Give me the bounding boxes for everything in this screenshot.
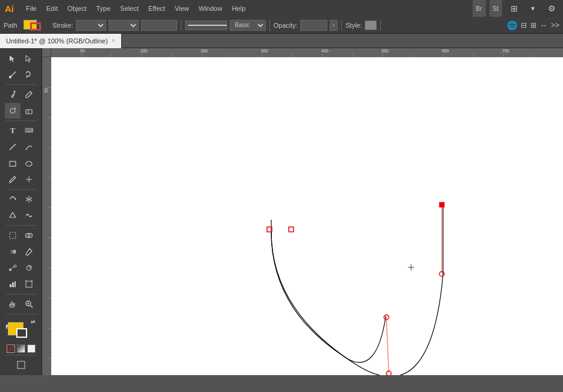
rotate-btn[interactable]: [5, 191, 20, 207]
selection-tool-btn[interactable]: [5, 51, 20, 66]
menu-select[interactable]: Select: [115, 0, 143, 17]
more-icon[interactable]: >>: [551, 21, 559, 30]
stroke-width-input[interactable]: [141, 20, 177, 31]
pencil-btn[interactable]: [21, 87, 37, 102]
gradient-btn[interactable]: [5, 244, 20, 260]
arrange-icon[interactable]: ⊟: [521, 21, 527, 30]
svg-line-4: [30, 92, 32, 93]
svg-line-6: [14, 108, 16, 109]
free-transform-row: [5, 228, 37, 243]
tool-sep-1: [5, 84, 37, 85]
none-swatch[interactable]: [7, 344, 15, 353]
arc-btn[interactable]: [21, 139, 37, 155]
transform-icon[interactable]: ↔: [540, 21, 547, 30]
svg-line-32: [30, 305, 33, 308]
mesh-btn[interactable]: [21, 172, 37, 187]
pen-row: [5, 87, 37, 102]
svg-point-22: [14, 265, 16, 267]
opacity-input[interactable]: 100%: [300, 20, 327, 31]
hand-btn[interactable]: [5, 296, 20, 312]
zoom-btn[interactable]: [21, 296, 37, 312]
artboard-btn[interactable]: [21, 276, 37, 292]
ruler-corner: [42, 48, 51, 57]
blend-btn[interactable]: [5, 260, 20, 276]
scale-btn[interactable]: [5, 208, 20, 223]
align-icon[interactable]: ⊞: [530, 21, 536, 30]
style-dropdown[interactable]: Basic: [230, 20, 266, 31]
style-label: Style:: [345, 22, 362, 29]
tab-untitled1[interactable]: Untitled-1* @ 100% (RGB/Outline) ×: [0, 34, 122, 48]
free-transform-btn[interactable]: [5, 228, 20, 243]
warp-btn[interactable]: [21, 208, 37, 223]
stroke-indicator[interactable]: [31, 23, 40, 30]
svg-rect-1: [9, 76, 11, 78]
hand-zoom-row: [5, 296, 37, 312]
gradient-swatch[interactable]: [17, 344, 25, 353]
eyedropper-btn[interactable]: [21, 244, 37, 260]
touch-type-btn[interactable]: ⌨: [21, 123, 37, 138]
workspace-icon-btn[interactable]: ⊞: [506, 0, 523, 17]
left-toolbar: T ⌨: [0, 48, 42, 375]
reflect-btn[interactable]: [21, 191, 37, 207]
style-swatch[interactable]: [365, 20, 377, 30]
pen-tool-btn[interactable]: [5, 87, 20, 102]
menu-help[interactable]: Help: [227, 0, 251, 17]
tab-close-btn[interactable]: ×: [112, 37, 115, 44]
stroke-arrows-dropdown[interactable]: [109, 20, 139, 31]
sep4: [380, 20, 381, 31]
canvas-area: 50 150 250 350 450 550 650 750: [42, 48, 563, 375]
change-screen-mode-btn[interactable]: [13, 357, 29, 373]
fill-stroke-swatches: [24, 19, 45, 32]
graph-btn[interactable]: [5, 276, 20, 292]
line-style-display: [185, 20, 227, 30]
outer-path: [271, 205, 443, 375]
rect-btn[interactable]: [5, 155, 20, 171]
stroke-dropdown[interactable]: [76, 20, 106, 31]
magic-wand-btn[interactable]: [5, 67, 20, 82]
lasso-btn[interactable]: [21, 67, 37, 82]
stock-icon-btn[interactable]: St: [489, 0, 502, 17]
menu-view[interactable]: View: [170, 0, 194, 17]
menu-file[interactable]: File: [21, 0, 42, 17]
anchor-tl2[interactable]: [289, 227, 294, 232]
eraser-btn[interactable]: [21, 103, 37, 119]
direct-selection-tool-btn[interactable]: [21, 51, 37, 66]
svg-rect-26: [12, 282, 14, 287]
color-guide-swatch[interactable]: [27, 344, 36, 353]
swap-colors-btn[interactable]: ⇄: [31, 319, 36, 325]
menu-object[interactable]: Object: [63, 0, 92, 17]
symbol-btn[interactable]: [21, 260, 37, 276]
workspace-switcher-btn[interactable]: ▾: [526, 0, 539, 17]
paintbrush-btn[interactable]: [5, 172, 20, 187]
options-bar: Path Stroke: Basic Opacity: 100% › Style…: [0, 17, 563, 34]
ellipse-btn[interactable]: [21, 155, 37, 171]
svg-text:250: 250: [201, 49, 208, 53]
none-gradient-row: [7, 344, 36, 353]
line-btn[interactable]: [5, 139, 20, 155]
stroke-color-swatch[interactable]: [16, 328, 27, 338]
globe-icon[interactable]: 🌐: [507, 20, 517, 30]
svg-text:650: 650: [442, 49, 449, 53]
gradient-eyedrop-row: [5, 244, 37, 260]
blend-symbol-row: [5, 260, 37, 276]
type-btn[interactable]: T: [5, 123, 20, 138]
opacity-more-btn[interactable]: ›: [330, 20, 338, 31]
svg-rect-7: [26, 110, 32, 114]
menu-window[interactable]: Window: [194, 0, 227, 17]
svg-line-2: [27, 75, 27, 78]
svg-rect-10: [10, 161, 16, 166]
svg-text:50: 50: [80, 49, 85, 53]
svg-line-0: [11, 72, 16, 76]
sync-icon-btn[interactable]: ⚙: [543, 0, 561, 17]
shapebuilder-btn[interactable]: [21, 228, 37, 243]
menu-type[interactable]: Type: [92, 0, 116, 17]
bridge-icon-btn[interactable]: Br: [473, 0, 486, 17]
shape-row: [5, 155, 37, 171]
menu-edit[interactable]: Edit: [42, 0, 63, 17]
blob-row: [5, 103, 37, 119]
opacity-label: Opacity:: [274, 22, 298, 29]
tab-title: Untitled-1* @ 100% (RGB/Outline): [6, 37, 108, 45]
type-row: T ⌨: [5, 123, 37, 138]
blob-brush-btn[interactable]: [5, 103, 20, 119]
menu-effect[interactable]: Effect: [143, 0, 170, 17]
